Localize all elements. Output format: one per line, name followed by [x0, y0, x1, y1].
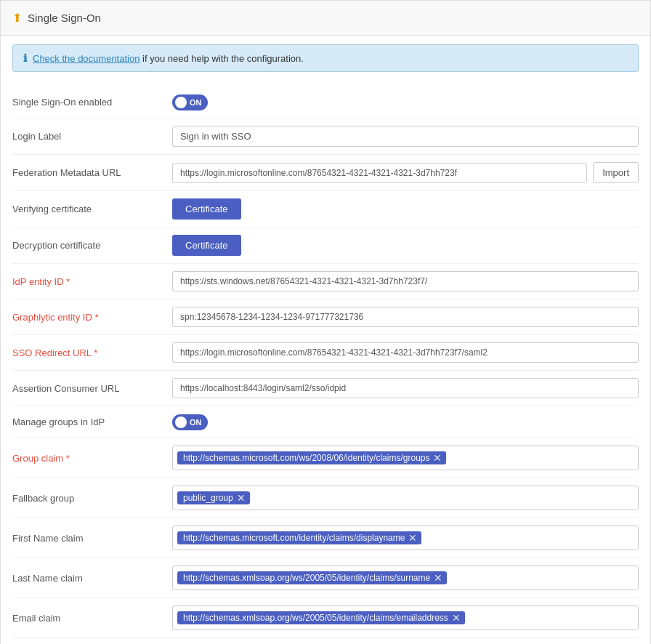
verifying-certificate-row: Verifying certificate Certificate [12, 191, 639, 228]
form-container: Single Sign-On enabled ON Login Label Fe… [1, 81, 650, 644]
sso-redirect-url-value [172, 342, 639, 363]
login-label-input[interactable] [172, 126, 639, 147]
fallback-group-label: Fallback group [12, 493, 172, 504]
manage-groups-label: Manage groups in IdP [12, 416, 172, 427]
email-claim-tag-input[interactable]: http://schemas.xmlsoap.org/ws/2005/05/id… [172, 605, 639, 630]
fallback-group-tag: public_group ✕ [177, 491, 250, 504]
last-name-claim-value: http://schemas.xmlsoap.org/ws/2005/05/id… [172, 565, 639, 590]
sso-redirect-req-star: * [94, 347, 97, 358]
assertion-consumer-url-row: Assertion Consumer URL [12, 371, 639, 406]
idp-entity-id-input[interactable] [172, 271, 639, 291]
sso-enabled-label: Single Sign-On enabled [12, 97, 172, 108]
first-name-claim-tag: http://schemas.microsoft.com/identity/cl… [177, 531, 421, 544]
sso-redirect-url-label: SSO Redirect URL * [12, 347, 172, 358]
graphlytic-req-star: * [94, 312, 98, 323]
email-claim-tag: http://schemas.xmlsoap.org/ws/2005/05/id… [177, 611, 465, 624]
last-name-claim-label: Last Name claim [12, 573, 172, 584]
info-icon: ℹ [23, 52, 27, 64]
toggle-circle [175, 97, 187, 108]
federation-metadata-url-row: Federation Metadata URL Import [12, 155, 639, 191]
fallback-group-value: public_group ✕ [172, 486, 639, 510]
group-claim-label: Group claim * [12, 453, 172, 464]
federation-import-button[interactable]: Import [593, 162, 639, 183]
decryption-certificate-label: Decryption certificate [12, 240, 172, 251]
sso-redirect-url-row: SSO Redirect URL * [12, 335, 639, 371]
footer-row: * mandatory Import metadata Export metad… [12, 638, 639, 644]
group-claim-tag: http://schemas.microsoft.com/ws/2008/06/… [177, 451, 446, 464]
graphlytic-entity-id-input[interactable] [172, 307, 639, 327]
verifying-certificate-value: Certificate [172, 198, 639, 220]
idp-entity-id-label: IdP entity ID * [12, 276, 172, 287]
sso-enabled-value: ON [172, 94, 639, 110]
email-claim-label: Email claim [12, 613, 172, 624]
email-claim-row: Email claim http://schemas.xmlsoap.org/w… [12, 598, 639, 638]
fallback-group-tag-text: public_group [183, 493, 233, 503]
sso-redirect-url-input[interactable] [172, 342, 639, 363]
first-name-claim-tag-input[interactable]: http://schemas.microsoft.com/identity/cl… [172, 526, 639, 550]
decryption-certificate-value: Certificate [172, 235, 639, 256]
info-banner: ℹ Check the documentation if you need he… [12, 44, 639, 72]
manage-groups-toggle-circle [175, 416, 187, 428]
page-header: ⬆ Single Sign-On [1, 1, 650, 36]
last-name-claim-row: Last Name claim http://schemas.xmlsoap.o… [12, 558, 639, 598]
last-name-claim-tag-text: http://schemas.xmlsoap.org/ws/2005/05/id… [183, 573, 430, 583]
decryption-certificate-row: Decryption certificate Certificate [12, 228, 639, 264]
login-label-row: Login Label [12, 118, 639, 155]
federation-metadata-url-input[interactable] [172, 163, 587, 183]
manage-groups-toggle-label: ON [190, 418, 202, 427]
fallback-group-tag-close[interactable]: ✕ [237, 493, 246, 503]
graphlytic-entity-id-value [172, 307, 639, 327]
assertion-consumer-url-input[interactable] [172, 378, 639, 398]
sso-icon: ⬆ [12, 11, 22, 25]
info-banner-suffix: if you need help with the configuration. [140, 53, 303, 64]
graphlytic-entity-id-label: Graphlytic entity ID * [12, 312, 172, 323]
last-name-claim-tag: http://schemas.xmlsoap.org/ws/2005/05/id… [177, 571, 447, 584]
verifying-certificate-button[interactable]: Certificate [172, 198, 241, 220]
info-banner-text: Check the documentation if you need help… [33, 53, 304, 64]
verifying-certificate-label: Verifying certificate [12, 204, 172, 214]
manage-groups-value: ON [172, 414, 639, 430]
email-claim-value: http://schemas.xmlsoap.org/ws/2005/05/id… [172, 605, 639, 630]
manage-groups-row: Manage groups in IdP ON [12, 406, 639, 438]
first-name-claim-value: http://schemas.microsoft.com/identity/cl… [172, 526, 639, 550]
email-claim-tag-close[interactable]: ✕ [452, 613, 461, 623]
group-claim-row: Group claim * http://schemas.microsoft.c… [12, 438, 639, 478]
first-name-claim-row: First Name claim http://schemas.microsof… [12, 518, 639, 558]
first-name-claim-tag-close[interactable]: ✕ [408, 533, 417, 543]
group-claim-tag-close[interactable]: ✕ [433, 453, 442, 463]
last-name-claim-tag-close[interactable]: ✕ [434, 573, 442, 583]
sso-enabled-toggle[interactable]: ON [172, 94, 208, 110]
manage-groups-toggle[interactable]: ON [172, 414, 208, 430]
federation-metadata-url-label: Federation Metadata URL [12, 167, 172, 178]
last-name-claim-tag-input[interactable]: http://schemas.xmlsoap.org/ws/2005/05/id… [172, 565, 639, 590]
documentation-link[interactable]: Check the documentation [33, 53, 140, 64]
login-label-label: Login Label [12, 131, 172, 142]
idp-req-star: * [66, 276, 70, 287]
first-name-claim-label: First Name claim [12, 533, 172, 544]
sso-enabled-row: Single Sign-On enabled ON [12, 86, 639, 118]
assertion-consumer-url-label: Assertion Consumer URL [12, 383, 172, 394]
first-name-claim-tag-text: http://schemas.microsoft.com/identity/cl… [183, 533, 405, 543]
graphlytic-entity-id-row: Graphlytic entity ID * [12, 299, 639, 335]
page-title: Single Sign-On [28, 12, 101, 24]
group-claim-value: http://schemas.microsoft.com/ws/2008/06/… [172, 446, 639, 470]
toggle-on-label: ON [190, 98, 202, 107]
email-claim-tag-text: http://schemas.xmlsoap.org/ws/2005/05/id… [183, 613, 448, 623]
login-label-value [172, 126, 639, 147]
fallback-group-row: Fallback group public_group ✕ [12, 478, 639, 518]
federation-metadata-url-value: Import [172, 162, 639, 183]
group-claim-req-star: * [66, 453, 70, 464]
assertion-consumer-url-value [172, 378, 639, 398]
decryption-certificate-button[interactable]: Certificate [172, 235, 241, 256]
fallback-group-tag-input[interactable]: public_group ✕ [172, 486, 639, 510]
idp-entity-id-value [172, 271, 639, 291]
group-claim-tag-input[interactable]: http://schemas.microsoft.com/ws/2008/06/… [172, 446, 639, 470]
group-claim-tag-text: http://schemas.microsoft.com/ws/2008/06/… [183, 453, 429, 463]
idp-entity-id-row: IdP entity ID * [12, 264, 639, 299]
